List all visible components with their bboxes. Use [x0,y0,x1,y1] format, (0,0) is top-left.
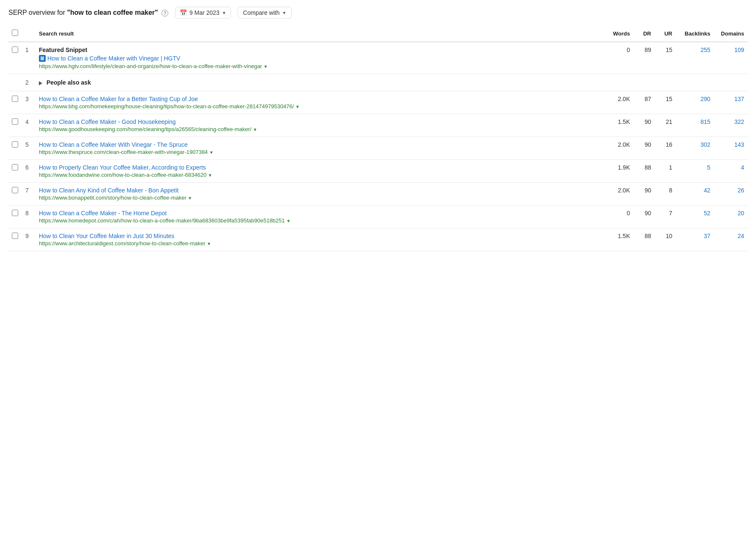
row-domains: 137 [714,91,748,114]
row-words: 2.0K [604,137,633,160]
result-url: https://www.homedepot.com/c/ah/how-to-cl… [39,217,600,224]
page-header: SERP overview for "how to clean coffee m… [8,7,748,19]
page-container: SERP overview for "how to clean coffee m… [0,0,756,258]
row-words: 0 [604,206,633,228]
row-checkbox[interactable] [12,164,18,170]
row-result: How to Clean a Coffee Maker With Vinegar… [36,137,604,160]
search-query: "how to clean coffee maker" [67,9,158,16]
url-expand-arrow[interactable]: ▼ [296,104,300,109]
row-backlinks: 5 [676,160,714,183]
row-ur: 15 [655,91,676,114]
row-checkbox[interactable] [12,96,18,102]
row-num: 5 [22,137,36,160]
row-num: 9 [22,228,36,251]
row-checkbox[interactable] [12,47,18,53]
date-dropdown-arrow: ▼ [222,11,226,15]
domains-link[interactable]: 20 [737,210,744,217]
row-domains: 4 [714,160,748,183]
domains-link[interactable]: 322 [734,118,744,125]
row-ur: 16 [655,137,676,160]
row-ur: 15 [655,42,676,74]
paa-label-cell: People also ask [36,74,748,91]
row-ur: 10 [655,228,676,251]
url-expand-arrow[interactable]: ▼ [207,241,211,246]
table-row: 8 How to Clean a Coffee Maker - The Home… [8,206,748,228]
row-words: 2.0K [604,183,633,206]
row-domains: 143 [714,137,748,160]
domains-link[interactable]: 4 [741,164,744,171]
compare-dropdown-arrow: ▼ [282,11,286,15]
date-label: 9 Mar 2023 [189,9,219,16]
row-num: 7 [22,183,36,206]
row-checkbox[interactable] [12,118,18,125]
row-words: 1.5K [604,228,633,251]
url-expand-arrow[interactable]: ▼ [286,219,290,223]
url-expand-arrow[interactable]: ▼ [263,64,268,69]
row-dr: 90 [633,114,655,137]
url-expand-arrow[interactable]: ▼ [188,196,192,200]
backlinks-link[interactable]: 815 [701,118,710,125]
compare-with-label: Compare with [243,9,279,16]
header-words-col: Words [604,25,633,42]
table-row: 6 How to Properly Clean Your Coffee Make… [8,160,748,183]
url-expand-arrow[interactable]: ▼ [208,173,212,178]
paa-label: People also ask [47,79,91,86]
domains-link[interactable]: 143 [734,141,744,148]
result-title-link[interactable]: How to Clean a Coffee Maker With Vinegar… [39,141,600,148]
url-expand-arrow[interactable]: ▼ [209,150,214,155]
backlinks-link[interactable]: 42 [704,187,710,194]
row-checkbox-cell [8,160,22,183]
result-title-link[interactable]: How to Clean a Coffee Maker - Good House… [39,118,600,125]
result-url: https://www.goodhousekeeping.com/home/cl… [39,126,600,132]
result-title-link[interactable]: How to Clean a Coffee Maker with Vinegar… [39,55,600,62]
row-domains: 322 [714,114,748,137]
table-row: 1 Featured Snippet How to Clean a Coffee… [8,42,748,74]
row-checkbox[interactable] [12,187,18,193]
row-words: 1.9K [604,160,633,183]
result-title-link[interactable]: How to Clean a Coffee Maker - The Home D… [39,210,600,217]
result-url: https://www.architecturaldigest.com/stor… [39,240,600,247]
result-title-link[interactable]: How to Clean Any Kind of Coffee Maker - … [39,187,600,194]
row-num: 4 [22,114,36,137]
result-url: https://www.foodandwine.com/how-to-clean… [39,172,600,178]
row-checkbox-cell [8,206,22,228]
row-checkbox[interactable] [12,233,18,239]
domains-link[interactable]: 24 [737,233,744,239]
header-checkbox-col [8,25,22,42]
triangle-icon [39,81,42,85]
row-checkbox-cell [8,228,22,251]
backlinks-link[interactable]: 302 [701,141,710,148]
domains-link[interactable]: 109 [734,47,744,53]
backlinks-link[interactable]: 37 [704,233,710,239]
row-checkbox[interactable] [12,141,18,148]
backlinks-link[interactable]: 290 [701,96,710,102]
result-title-link[interactable]: How to Clean a Coffee Maker for a Better… [39,96,600,102]
row-backlinks: 302 [676,137,714,160]
select-all-checkbox[interactable] [12,30,18,36]
table-row: 5 How to Clean a Coffee Maker With Vineg… [8,137,748,160]
row-result: How to Clean Any Kind of Coffee Maker - … [36,183,604,206]
result-title-link[interactable]: How to Clean Your Coffee Maker in Just 3… [39,233,600,239]
table-row: 3 How to Clean a Coffee Maker for a Bett… [8,91,748,114]
row-checkbox[interactable] [12,210,18,216]
domains-link[interactable]: 137 [734,96,744,102]
backlinks-link[interactable]: 5 [707,164,710,171]
table-row: 4 How to Clean a Coffee Maker - Good Hou… [8,114,748,137]
table-row: 9 How to Clean Your Coffee Maker in Just… [8,228,748,251]
backlinks-link[interactable]: 255 [701,47,710,53]
backlinks-link[interactable]: 52 [704,210,710,217]
date-picker[interactable]: 📅 9 Mar 2023 ▼ [175,7,231,19]
compare-with-button[interactable]: Compare with ▼ [238,7,292,19]
row-num: 3 [22,91,36,114]
row-backlinks: 290 [676,91,714,114]
help-icon[interactable]: ? [162,10,168,16]
result-title-link[interactable]: How to Properly Clean Your Coffee Maker,… [39,164,600,171]
result-url: https://www.bhg.com/homekeeping/house-cl… [39,103,600,110]
row-dr: 90 [633,183,655,206]
row-backlinks: 815 [676,114,714,137]
row-checkbox-cell [8,114,22,137]
url-expand-arrow[interactable]: ▼ [253,127,257,132]
domains-link[interactable]: 26 [737,187,744,194]
result-url: https://www.thespruce.com/clean-coffee-m… [39,149,600,155]
row-num: 8 [22,206,36,228]
